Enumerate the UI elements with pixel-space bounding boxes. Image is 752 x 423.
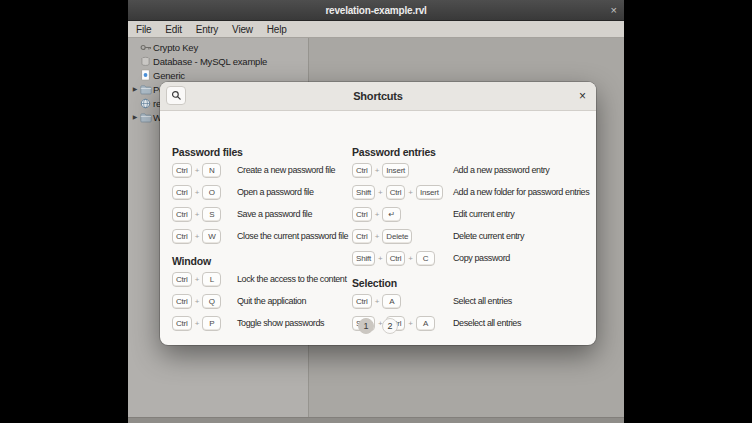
shortcut-row: Ctrl+OOpen a password file xyxy=(172,184,350,200)
shortcut-description: Open a password file xyxy=(237,187,314,197)
key-cap: Ctrl xyxy=(172,207,192,222)
section-title: Selection xyxy=(352,277,592,293)
shortcut-description: Close the current password file xyxy=(237,231,348,241)
database-icon xyxy=(139,55,152,67)
shortcut-keys: Ctrl+Insert xyxy=(352,163,453,178)
search-button[interactable] xyxy=(166,86,186,105)
key-cap: N xyxy=(202,163,221,178)
key-cap: Ctrl xyxy=(352,294,372,309)
shortcut-keys: Ctrl+↵ xyxy=(352,207,453,222)
shortcut-keys: Ctrl+W xyxy=(172,229,237,244)
window-close-icon[interactable]: × xyxy=(611,0,617,20)
folder-icon xyxy=(139,83,152,95)
dialog-header: Shortcuts × xyxy=(160,82,596,111)
shortcut-keys: Ctrl+N xyxy=(172,163,237,178)
shortcut-row: Ctrl+DeleteDelete current entry xyxy=(352,228,592,244)
shortcut-keys: Ctrl+A xyxy=(352,294,453,309)
tree-row[interactable]: Generic xyxy=(128,68,308,82)
plus-separator: + xyxy=(195,188,200,197)
menu-help[interactable]: Help xyxy=(260,23,294,36)
expander-icon[interactable]: ▶ xyxy=(131,82,139,96)
tree-item-label: Database - MySQL example xyxy=(153,56,267,67)
shortcut-row: Ctrl+NCreate a new password file xyxy=(172,162,350,178)
key-cap: Shift xyxy=(352,185,375,200)
key-cap: Delete xyxy=(382,229,412,244)
dialog-title: Shortcuts xyxy=(353,90,403,102)
folder-icon xyxy=(139,111,152,123)
key-cap: Ctrl xyxy=(352,229,372,244)
key-cap: Ctrl xyxy=(352,163,372,178)
shortcut-description: Add a new password entry xyxy=(453,165,549,175)
shortcut-row: Ctrl+LLock the access to the content xyxy=(172,271,350,287)
section-password-entries: Password entriesCtrl+InsertAdd a new pas… xyxy=(352,146,592,266)
shortcut-row: Ctrl+↵Edit current entry xyxy=(352,206,592,222)
generic-icon xyxy=(139,69,152,81)
section-password-files: Password filesCtrl+NCreate a new passwor… xyxy=(172,146,350,244)
shortcut-keys: Shift+Ctrl+Insert xyxy=(352,185,453,200)
key-cap: L xyxy=(202,272,221,287)
key-cap: O xyxy=(202,185,221,200)
shortcut-row: Shift+Ctrl+InsertAdd a new folder for pa… xyxy=(352,184,592,200)
shortcuts-dialog: Shortcuts × Password filesCtrl+NCreate a… xyxy=(160,82,596,345)
dialog-close-icon[interactable]: × xyxy=(579,82,586,110)
shortcut-keys: Ctrl+S xyxy=(172,207,237,222)
tree-item-label: Crypto Key xyxy=(153,42,198,53)
plus-separator: + xyxy=(378,188,383,197)
magnifier-icon xyxy=(171,90,182,101)
shortcut-keys: Ctrl+L xyxy=(172,272,237,287)
menu-file[interactable]: File xyxy=(129,23,158,36)
expander-icon[interactable]: ▶ xyxy=(131,110,139,124)
shortcut-row: Ctrl+WClose the current password file xyxy=(172,228,350,244)
menu-edit[interactable]: Edit xyxy=(158,23,188,36)
shortcut-description: Copy password xyxy=(453,253,510,263)
page-dot-1[interactable]: 1 xyxy=(358,318,374,334)
shortcut-description: Edit current entry xyxy=(453,209,514,219)
key-cap: Ctrl xyxy=(386,251,406,266)
shortcut-keys: Ctrl+Delete xyxy=(352,229,453,244)
menubar: FileEditEntryViewHelp xyxy=(128,21,624,38)
key-cap: Ctrl xyxy=(172,294,192,309)
plus-separator: + xyxy=(375,166,380,175)
menu-entry[interactable]: Entry xyxy=(189,23,225,36)
section-title: Window xyxy=(172,255,350,271)
key-icon xyxy=(139,41,152,53)
shortcut-row: Ctrl+QQuit the application xyxy=(172,293,350,309)
titlebar[interactable]: revelation-example.rvl × xyxy=(128,0,624,21)
key-cap: Shift xyxy=(352,251,375,266)
shortcut-description: Lock the access to the content xyxy=(237,274,347,284)
shortcut-row: Shift+Ctrl+CCopy password xyxy=(352,250,592,266)
plus-separator: + xyxy=(408,254,413,263)
key-cap: Insert xyxy=(416,185,443,200)
dialog-body: Password filesCtrl+NCreate a new passwor… xyxy=(160,110,596,345)
shortcut-description: Select all entries xyxy=(453,296,512,306)
section-title: Password entries xyxy=(352,146,592,162)
key-cap: Ctrl xyxy=(386,185,406,200)
key-cap: Ctrl xyxy=(172,163,192,178)
key-cap: Insert xyxy=(382,163,409,178)
plus-separator: + xyxy=(408,188,413,197)
statusbar xyxy=(128,417,624,423)
shortcut-keys: Ctrl+Q xyxy=(172,294,237,309)
key-cap: C xyxy=(416,251,435,266)
tree-row[interactable]: Crypto Key xyxy=(128,40,308,54)
plus-separator: + xyxy=(195,232,200,241)
pagination: 12 xyxy=(160,318,596,334)
plus-separator: + xyxy=(195,210,200,219)
tree-row[interactable]: Database - MySQL example xyxy=(128,54,308,68)
section-title: Password files xyxy=(172,146,350,162)
key-cap: W xyxy=(202,229,221,244)
plus-separator: + xyxy=(378,254,383,263)
key-cap: Ctrl xyxy=(172,185,192,200)
page-dot-2[interactable]: 2 xyxy=(382,318,398,334)
key-cap: Ctrl xyxy=(352,207,372,222)
key-cap: Q xyxy=(202,294,221,309)
key-cap: Ctrl xyxy=(172,229,192,244)
shortcut-row: Ctrl+InsertAdd a new password entry xyxy=(352,162,592,178)
plus-separator: + xyxy=(375,210,380,219)
menu-view[interactable]: View xyxy=(225,23,260,36)
shortcut-description: Create a new password file xyxy=(237,165,335,175)
key-cap: ↵ xyxy=(382,207,401,222)
window-title: revelation-example.rvl xyxy=(325,5,426,16)
key-cap: S xyxy=(202,207,221,222)
key-cap: A xyxy=(382,294,401,309)
